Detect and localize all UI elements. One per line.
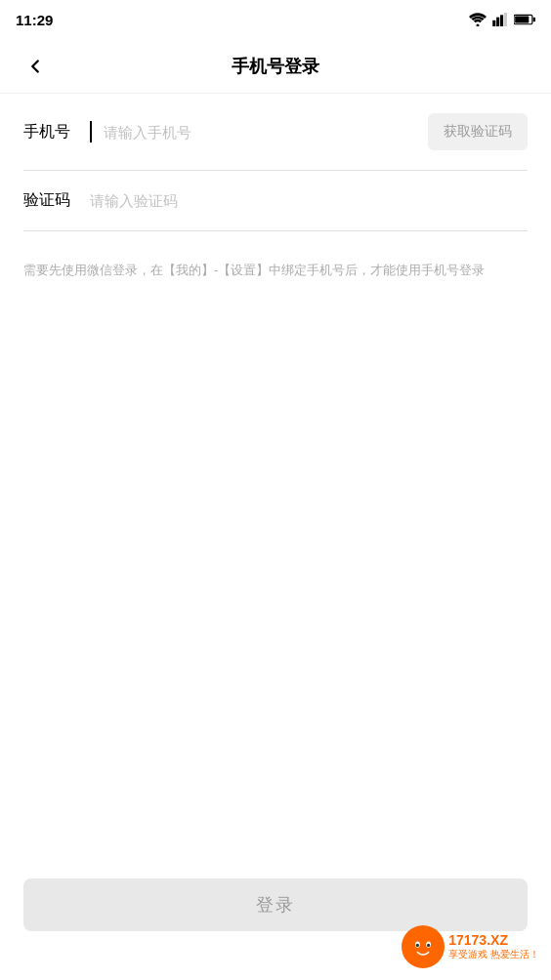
field-divider [90,121,92,143]
get-code-button[interactable]: 获取验证码 [428,113,528,150]
status-bar: 11:29 [0,0,551,39]
login-button[interactable]: 登录 [23,878,528,931]
mascot-svg [407,931,439,962]
verify-field-row: 验证码 [23,171,528,231]
verify-input[interactable] [90,192,528,209]
svg-point-11 [416,944,419,947]
signal-icon [492,13,508,26]
phone-input[interactable] [104,124,416,141]
phone-label: 手机号 [23,122,78,143]
notice-text: 需要先使用微信登录，在【我的】-【设置】中绑定手机号后，才能使用手机号登录 [23,259,528,281]
svg-point-0 [477,24,480,27]
svg-rect-7 [515,16,529,22]
svg-rect-2 [496,18,499,26]
bottom-area: 登录 17173.XZ 享受游戏 热爱生活！ [0,863,551,980]
status-icons [469,13,535,26]
header: 手机号登录 [0,39,551,94]
svg-rect-4 [504,13,507,26]
site-name: 17173.XZ [448,932,539,948]
svg-point-12 [427,944,430,947]
svg-rect-3 [500,15,503,26]
back-button[interactable] [16,47,55,86]
site-slogan: 享受游戏 热爱生活！ [448,948,539,961]
wifi-icon [469,13,487,26]
mascot-icon [402,925,445,968]
status-time: 11:29 [16,12,53,28]
branding-badge: 17173.XZ 享受游戏 热爱生活！ [402,925,539,968]
svg-point-8 [409,933,438,961]
svg-rect-1 [492,20,495,26]
form-area: 手机号 获取验证码 验证码 需要先使用微信登录，在【我的】-【设置】中绑定手机号… [0,94,551,281]
svg-rect-6 [533,18,535,22]
branding-text: 17173.XZ 享受游戏 热爱生活！ [448,932,539,961]
phone-field-row: 手机号 获取验证码 [23,94,528,171]
back-icon [24,56,46,77]
page-title: 手机号登录 [232,55,319,78]
verify-label: 验证码 [23,190,78,211]
battery-icon [514,14,535,25]
